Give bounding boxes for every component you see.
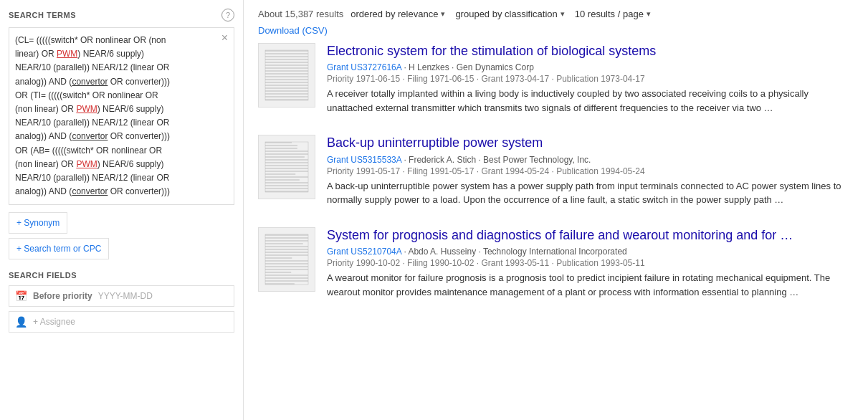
result-item: Back-up uninterruptible power system Gra…: [258, 135, 854, 206]
result-meta-1: Grant US5315533A · Frederick A. Stich · …: [327, 155, 854, 165]
results-list: Electronic system for the stimulation of…: [258, 43, 854, 299]
calendar-icon: 📅: [15, 290, 27, 302]
sidebar-header: SEARCH TERMS ?: [0, 9, 243, 27]
main-content: About 15,387 results ordered by relevanc…: [244, 0, 868, 420]
results-count: About 15,387 results: [258, 9, 343, 19]
pwm-highlight-3: PWM: [76, 159, 97, 169]
group-dropdown-arrow: ▾: [561, 9, 565, 19]
order-dropdown-arrow: ▾: [441, 9, 445, 19]
result-content-2: System for prognosis and diagnostics of …: [327, 227, 854, 299]
result-snippet-2: A wearout monitor for failure prognosis …: [327, 271, 854, 299]
help-icon[interactable]: ?: [221, 9, 234, 22]
order-dropdown[interactable]: ordered by relevance ▾: [348, 7, 448, 21]
svg-rect-56: [265, 234, 308, 285]
search-term-box: × (CL= (((((switch* OR nonlinear OR (non…: [9, 27, 234, 205]
per-page-dropdown-arrow: ▾: [647, 9, 651, 19]
result-thumbnail-2: [258, 227, 315, 292]
convertor-highlight-1: convertor: [72, 77, 108, 87]
result-title-0[interactable]: Electronic system for the stimulation of…: [327, 43, 854, 59]
close-search-term-button[interactable]: ×: [221, 32, 228, 44]
sidebar: SEARCH TERMS ? × (CL= (((((switch* OR no…: [0, 0, 244, 420]
date-placeholder: Before priority: [33, 291, 92, 301]
result-title-1[interactable]: Back-up uninterruptible power system: [327, 135, 854, 151]
result-grant-link-1[interactable]: Grant US5315533A: [327, 155, 401, 165]
results-bar: About 15,387 results ordered by relevanc…: [258, 7, 854, 21]
result-snippet-1: A back-up uninterruptible power system h…: [327, 179, 854, 207]
result-dates-2: Priority 1990-10-02 · Filing 1990-10-02 …: [327, 258, 854, 268]
add-search-term-button[interactable]: + Search term or CPC: [9, 238, 109, 259]
date-format: YYYY-MM-DD: [98, 291, 153, 301]
result-grant-link-2[interactable]: Grant US5210704A: [327, 247, 401, 257]
convertor-highlight-2: convertor: [72, 131, 108, 141]
search-fields-title: SEARCH FIELDS: [0, 264, 243, 285]
person-icon: 👤: [15, 316, 27, 328]
result-dates-1: Priority 1991-05-17 · Filing 1991-05-17 …: [327, 166, 854, 176]
result-content-0: Electronic system for the stimulation of…: [327, 43, 854, 115]
result-content-1: Back-up uninterruptible power system Gra…: [327, 135, 854, 206]
group-label: grouped by classification: [455, 9, 557, 19]
svg-rect-37: [265, 142, 308, 192]
result-item: System for prognosis and diagnostics of …: [258, 227, 854, 299]
result-snippet-0: A receiver totally implanted within a li…: [327, 87, 854, 115]
result-meta-0: Grant US3727616A · H Lenzkes · Gen Dynam…: [327, 62, 854, 72]
svg-rect-18: [265, 50, 308, 100]
date-field[interactable]: 📅 Before priority YYYY-MM-DD: [9, 285, 234, 307]
convertor-highlight-3: convertor: [72, 186, 108, 196]
pwm-highlight-1: PWM: [57, 49, 77, 59]
assignee-placeholder: + Assignee: [33, 317, 75, 327]
per-page-dropdown[interactable]: 10 results / page ▾: [572, 7, 654, 21]
order-label: ordered by relevance: [350, 9, 438, 19]
result-title-2[interactable]: System for prognosis and diagnostics of …: [327, 227, 854, 244]
group-dropdown[interactable]: grouped by classification ▾: [452, 7, 567, 21]
search-term-text: (CL= (((((switch* OR nonlinear OR (non l…: [15, 34, 214, 199]
per-page-label: 10 results / page: [575, 9, 644, 19]
add-synonym-button[interactable]: + Synonym: [9, 212, 67, 234]
download-csv-link[interactable]: Download (CSV): [258, 25, 854, 36]
search-terms-title: SEARCH TERMS: [9, 11, 76, 19]
result-thumbnail-0: [258, 43, 315, 108]
pwm-highlight-2: PWM: [76, 104, 97, 114]
result-item: Electronic system for the stimulation of…: [258, 43, 854, 115]
result-grant-link-0[interactable]: Grant US3727616A: [327, 62, 401, 72]
result-meta-2: Grant US5210704A · Abdo A. Husseiny · Te…: [327, 247, 854, 257]
result-dates-0: Priority 1971-06-15 · Filing 1971-06-15 …: [327, 74, 854, 84]
result-thumbnail-1: [258, 135, 315, 199]
assignee-field[interactable]: 👤 + Assignee: [9, 311, 234, 333]
